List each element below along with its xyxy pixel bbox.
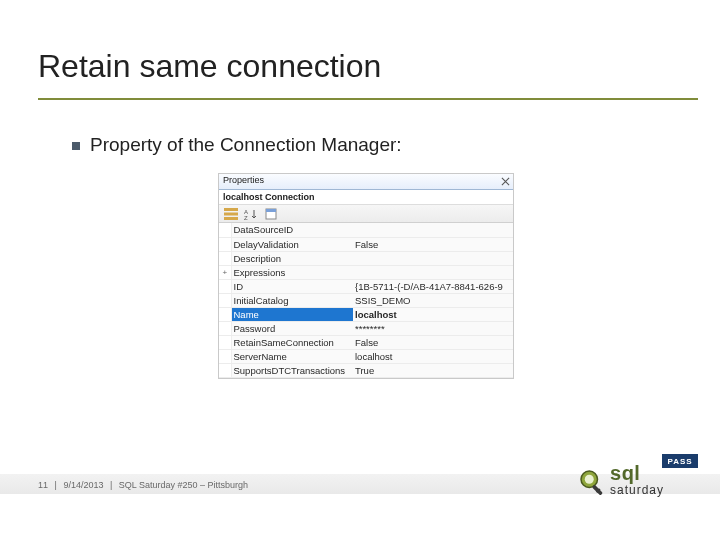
alphabetical-icon[interactable]: AZ <box>243 207 259 221</box>
property-value[interactable]: True <box>353 363 513 377</box>
magnifier-key-icon <box>578 468 608 498</box>
gutter-cell <box>219 349 231 363</box>
property-row[interactable]: DelayValidationFalse <box>219 237 513 251</box>
property-row[interactable]: +Expressions <box>219 265 513 279</box>
property-value[interactable] <box>353 223 513 237</box>
gutter-cell <box>219 237 231 251</box>
gutter-cell <box>219 293 231 307</box>
expand-icon[interactable]: + <box>219 265 231 279</box>
property-value[interactable]: SSIS_DEMO <box>353 293 513 307</box>
properties-header-title: Properties <box>223 175 264 185</box>
body-area: Property of the Connection Manager: <box>72 134 402 156</box>
gutter-cell <box>219 335 231 349</box>
bullet-marker <box>72 142 80 150</box>
gutter-cell <box>219 223 231 237</box>
property-row[interactable]: Namelocalhost <box>219 307 513 321</box>
property-row[interactable]: Password******** <box>219 321 513 335</box>
footer-event: SQL Saturday #250 – Pittsburgh <box>119 480 248 490</box>
property-value[interactable]: localhost <box>353 349 513 363</box>
property-name: Expressions <box>231 265 353 279</box>
logo-sql: sql <box>610 462 664 485</box>
sqlsaturday-logo: PASS sql saturday <box>578 454 696 506</box>
slide-title: Retain same connection <box>38 48 690 85</box>
footer-date: 9/14/2013 <box>63 480 103 490</box>
slide-title-area: Retain same connection <box>38 48 690 85</box>
gutter-cell <box>219 363 231 377</box>
properties-target: localhost Connection <box>219 190 513 205</box>
property-name: Name <box>231 307 353 321</box>
title-divider <box>38 98 698 100</box>
logo-text: sql saturday <box>610 462 664 497</box>
property-row[interactable]: ID{1B-5711-(-D/AB-41A7-8841-626-9 <box>219 279 513 293</box>
bullet-item: Property of the Connection Manager: <box>72 134 402 156</box>
property-name: ServerName <box>231 349 353 363</box>
footer-sep-1: | <box>51 480 61 490</box>
property-name: Password <box>231 321 353 335</box>
property-row[interactable]: InitialCatalogSSIS_DEMO <box>219 293 513 307</box>
properties-header: Properties <box>219 174 513 190</box>
properties-panel: Properties localhost Connection AZ DataS… <box>218 173 514 379</box>
property-name: SupportsDTCTransactions <box>231 363 353 377</box>
gutter-cell <box>219 307 231 321</box>
svg-text:Z: Z <box>244 215 248 220</box>
property-value[interactable]: {1B-5711-(-D/AB-41A7-8841-626-9 <box>353 279 513 293</box>
gutter-cell <box>219 251 231 265</box>
property-value[interactable] <box>353 265 513 279</box>
property-name: RetainSameConnection <box>231 335 353 349</box>
categorized-icon[interactable] <box>223 207 239 221</box>
svg-rect-6 <box>266 209 276 212</box>
pass-badge: PASS <box>662 454 698 468</box>
property-name: ID <box>231 279 353 293</box>
property-row[interactable]: SupportsDTCTransactionsTrue <box>219 363 513 377</box>
gutter-cell <box>219 321 231 335</box>
footer-sep-2: | <box>106 480 116 490</box>
property-value[interactable]: localhost <box>353 307 513 321</box>
footer-page: 11 <box>38 480 48 490</box>
properties-grid: DataSourceIDDelayValidationFalseDescript… <box>219 223 513 378</box>
property-pages-icon[interactable] <box>263 207 279 221</box>
property-name: DelayValidation <box>231 237 353 251</box>
svg-rect-0 <box>224 208 238 211</box>
property-name: DataSourceID <box>231 223 353 237</box>
property-row[interactable]: DataSourceID <box>219 223 513 237</box>
property-row[interactable]: Description <box>219 251 513 265</box>
property-row[interactable]: RetainSameConnectionFalse <box>219 335 513 349</box>
property-name: Description <box>231 251 353 265</box>
property-name: InitialCatalog <box>231 293 353 307</box>
property-value[interactable]: False <box>353 237 513 251</box>
footer-text: 11 | 9/14/2013 | SQL Saturday #250 – Pit… <box>38 480 248 490</box>
gutter-cell <box>219 279 231 293</box>
property-value[interactable] <box>353 251 513 265</box>
bullet-text: Property of the Connection Manager: <box>90 134 402 156</box>
slide: Retain same connection Property of the C… <box>0 0 720 540</box>
property-row[interactable]: ServerNamelocalhost <box>219 349 513 363</box>
svg-point-8 <box>585 475 594 484</box>
property-value[interactable]: ******** <box>353 321 513 335</box>
svg-rect-1 <box>224 212 238 215</box>
close-icon[interactable] <box>499 175 511 187</box>
properties-toolbar: AZ <box>219 205 513 223</box>
svg-rect-2 <box>224 217 238 220</box>
logo-sub: saturday <box>610 483 664 497</box>
property-value[interactable]: False <box>353 335 513 349</box>
